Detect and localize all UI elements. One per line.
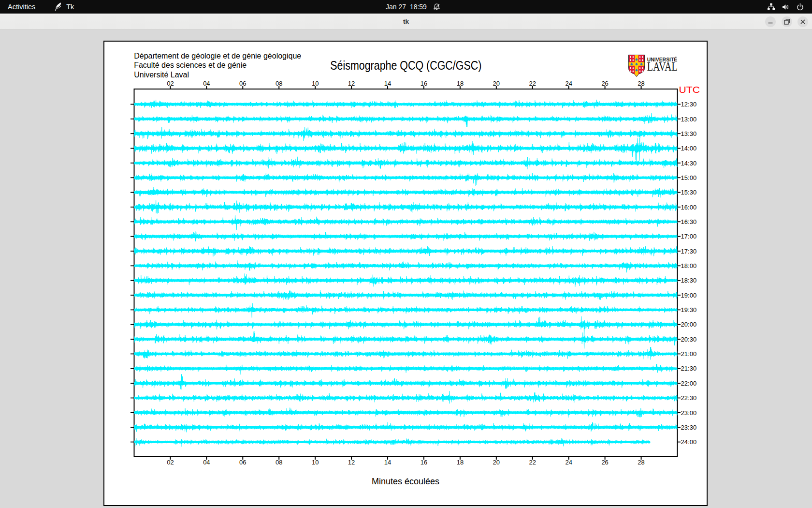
time-label: 18:00 (681, 262, 697, 269)
x-tick-label-bottom: 06 (239, 459, 246, 466)
x-tick-label-bottom: 16 (420, 459, 427, 466)
x-tick-label-top: 08 (276, 80, 282, 87)
seismogram-trace (134, 127, 678, 141)
x-tick-label-top: 28 (638, 80, 644, 87)
time-label: 21:00 (681, 350, 697, 358)
seismogram-trace (134, 303, 678, 318)
time-label: 24:00 (681, 438, 697, 446)
x-tick-label-bottom: 26 (601, 459, 608, 466)
x-tick-label-top: 26 (601, 80, 608, 87)
x-tick-label-top: 02 (167, 80, 174, 87)
seismogram-trace (134, 200, 678, 214)
close-icon (798, 16, 808, 27)
gnome-top-bar: Activities Tk Jan 27 18:59 (0, 0, 812, 14)
seismograph-plot: Département de géologie et de génie géol… (104, 42, 707, 505)
time-label: 19:30 (681, 306, 697, 314)
seismogram-trace (134, 391, 678, 403)
restore-icon (782, 16, 792, 27)
x-tick-label-bottom: 20 (493, 459, 500, 466)
x-tick-label-bottom: 12 (348, 459, 355, 466)
seismogram-trace (134, 374, 678, 389)
clock-label: Jan 27 18:59 (386, 3, 427, 11)
activities-label: Activities (8, 3, 35, 11)
minimize-button[interactable] (765, 16, 776, 27)
seismogram-trace (134, 316, 678, 337)
seismogram-trace (134, 246, 678, 257)
utc-label: UTC (679, 85, 700, 95)
x-tick-label-top: 04 (203, 80, 210, 87)
x-tick-label-bottom: 28 (638, 459, 644, 466)
seismograph-canvas: Département de géologie et de génie géol… (103, 41, 708, 506)
notifications-disabled-icon (433, 3, 441, 11)
seismogram-trace (134, 113, 678, 127)
time-label: 16:30 (681, 218, 697, 225)
minimize-icon (765, 16, 776, 27)
time-label: 13:00 (681, 116, 697, 123)
x-tick-label-bottom: 18 (457, 459, 464, 466)
time-label: 12:30 (681, 101, 697, 108)
network-icon[interactable] (767, 3, 775, 11)
close-button[interactable] (798, 16, 808, 27)
time-label: 23:30 (681, 424, 697, 431)
logo-word-laval: LAVAL (647, 60, 678, 74)
seismogram-trace (134, 260, 678, 272)
restore-button[interactable] (782, 16, 792, 27)
seismogram-trace (134, 187, 678, 198)
time-label: 14:30 (681, 160, 697, 167)
time-label: 17:30 (681, 248, 697, 255)
x-tick-label-top: 10 (312, 80, 319, 87)
seismogram-trace (134, 438, 651, 447)
seismogram-trace (134, 138, 678, 162)
time-label: 17:00 (681, 233, 697, 240)
app-indicator-label: Tk (66, 3, 74, 11)
window-title-bar[interactable]: tk (0, 14, 812, 30)
clock-menu[interactable]: Jan 27 18:59 (377, 0, 450, 14)
tk-feather-icon (54, 2, 63, 12)
x-tick-label-bottom: 02 (167, 459, 174, 466)
seismogram-trace (134, 173, 678, 186)
seismogram-trace (134, 273, 678, 287)
seismogram-trace (134, 215, 678, 230)
time-label: 15:30 (681, 189, 697, 196)
volume-icon[interactable] (782, 3, 790, 11)
seismogram-trace (134, 347, 678, 359)
activities-button[interactable]: Activities (0, 0, 43, 14)
time-label: 14:00 (681, 145, 697, 152)
x-tick-label-bottom: 24 (565, 459, 572, 466)
x-tick-label-bottom: 04 (203, 459, 210, 466)
x-tick-label-top: 24 (565, 80, 572, 87)
time-label: 13:30 (681, 130, 697, 137)
seismogram-trace (134, 290, 678, 300)
canvas-header-line: Université Laval (134, 71, 189, 79)
seismogram-trace (134, 422, 678, 432)
app-indicator-tk[interactable]: Tk (43, 0, 77, 14)
plot-title: Séismographe QCQ (CGC/GSC) (330, 59, 481, 72)
time-label: 22:30 (681, 394, 697, 402)
time-label: 20:30 (681, 336, 697, 343)
time-label: 15:00 (681, 174, 697, 181)
x-tick-label-top: 16 (420, 80, 427, 87)
time-label: 16:00 (681, 204, 697, 211)
x-tick-label-bottom: 08 (276, 459, 282, 466)
seismogram-trace (134, 157, 678, 169)
x-axis-title: Minutes écoulées (372, 477, 439, 486)
window-title: tk (0, 14, 812, 30)
university-laval-logo: UNIVERSITÉLAVAL (629, 55, 678, 77)
time-label: 19:00 (681, 292, 697, 299)
seismogram-trace (134, 408, 678, 418)
seismogram-trace (134, 364, 678, 374)
x-tick-label-top: 12 (348, 80, 355, 87)
canvas-header-line: Département de géologie et de génie géol… (134, 52, 301, 60)
x-tick-label-top: 20 (493, 80, 500, 87)
canvas-header-line: Faculté des sciences et de génie (134, 61, 246, 69)
x-tick-label-top: 06 (239, 80, 246, 87)
time-label: 23:00 (681, 409, 697, 417)
x-tick-label-top: 18 (457, 80, 464, 87)
time-label: 22:00 (681, 380, 697, 387)
x-tick-label-top: 14 (384, 80, 391, 87)
x-tick-label-top: 22 (529, 80, 536, 87)
power-icon[interactable] (796, 3, 804, 11)
x-tick-label-bottom: 22 (529, 459, 536, 466)
time-label: 18:30 (681, 277, 697, 284)
seismogram-trace (134, 231, 678, 241)
